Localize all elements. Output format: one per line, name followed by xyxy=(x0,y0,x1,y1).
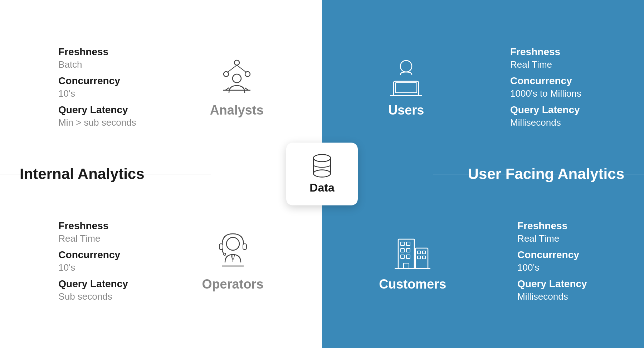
svg-rect-23 xyxy=(401,248,404,252)
svg-rect-21 xyxy=(401,242,404,246)
users-freshness-label: Freshness xyxy=(510,46,581,58)
user-facing-analytics-label: User Facing Analytics xyxy=(468,165,624,183)
operators-freshness-label: Freshness xyxy=(58,220,128,232)
users-concurrency-label: Concurrency xyxy=(510,75,581,87)
customers-concurrency-value: 100's xyxy=(517,262,587,273)
svg-point-0 xyxy=(234,60,239,65)
operators-stats: Freshness Real Time Concurrency 10's Que… xyxy=(58,220,128,302)
svg-rect-24 xyxy=(406,248,410,252)
operators-query-latency-value: Sub seconds xyxy=(58,291,128,302)
operators-query-latency-label: Query Latency xyxy=(58,278,128,290)
svg-point-9 xyxy=(226,237,239,250)
users-stats: Freshness Real Time Concurrency 1000's t… xyxy=(510,46,581,128)
analysts-freshness-label: Freshness xyxy=(58,46,136,58)
operators-quadrant: Freshness Real Time Concurrency 10's Que… xyxy=(0,174,322,348)
svg-point-2 xyxy=(245,72,250,77)
svg-rect-26 xyxy=(406,255,410,258)
svg-rect-32 xyxy=(423,256,425,259)
operator-icon xyxy=(211,230,254,273)
svg-rect-31 xyxy=(418,256,420,259)
analysts-quadrant: Freshness Batch Concurrency 10's Query L… xyxy=(0,0,322,174)
users-persona: Users xyxy=(385,56,428,118)
customers-stats: Freshness Real Time Concurrency 100's Qu… xyxy=(517,220,587,302)
user-icon xyxy=(385,56,428,99)
customers-query-latency-label: Query Latency xyxy=(517,278,587,290)
svg-point-16 xyxy=(400,61,412,72)
operators-persona: Operators xyxy=(202,230,264,292)
customers-name: Customers xyxy=(379,277,446,292)
svg-point-1 xyxy=(224,72,229,77)
analysts-persona: Analysts xyxy=(210,56,264,118)
users-concurrency-value: 1000's to Millions xyxy=(510,88,581,99)
right-panel: User Facing Analytics Users xyxy=(322,0,644,348)
svg-rect-27 xyxy=(404,263,409,269)
svg-point-37 xyxy=(313,170,331,177)
svg-line-4 xyxy=(237,65,246,72)
users-query-latency-value: Milliseconds xyxy=(510,117,581,128)
analyst-icon xyxy=(215,56,258,99)
database-icon xyxy=(311,154,333,178)
left-panel: Internal Analytics Freshness Batch Concu… xyxy=(0,0,322,348)
analysts-name: Analysts xyxy=(210,103,264,118)
customers-concurrency-label: Concurrency xyxy=(517,249,587,261)
data-label: Data xyxy=(309,181,334,194)
users-query-latency-label: Query Latency xyxy=(510,104,581,116)
svg-point-12 xyxy=(224,253,226,255)
operators-freshness-value: Real Time xyxy=(58,233,128,244)
svg-rect-30 xyxy=(423,251,425,254)
svg-rect-29 xyxy=(418,251,420,254)
analysts-freshness-value: Batch xyxy=(58,59,136,70)
svg-point-34 xyxy=(313,155,331,162)
operators-concurrency-label: Concurrency xyxy=(58,249,128,261)
customers-query-latency-value: Milliseconds xyxy=(517,291,587,302)
users-quadrant: Users Freshness Real Time Concurrency 10… xyxy=(322,0,644,174)
customers-icon xyxy=(391,230,434,273)
internal-analytics-label: Internal Analytics xyxy=(20,165,145,183)
svg-rect-11 xyxy=(243,244,247,250)
svg-rect-17 xyxy=(394,81,419,96)
svg-rect-18 xyxy=(395,83,417,93)
analysts-query-latency-label: Query Latency xyxy=(58,104,136,116)
operators-concurrency-value: 10's xyxy=(58,262,128,273)
svg-point-5 xyxy=(233,74,241,83)
analysts-query-latency-value: Min > sub seconds xyxy=(58,117,136,128)
center-data-box: Data xyxy=(286,143,358,206)
analysts-stats: Freshness Batch Concurrency 10's Query L… xyxy=(58,46,136,128)
svg-rect-22 xyxy=(406,242,410,246)
operators-name: Operators xyxy=(202,277,264,292)
users-name: Users xyxy=(388,103,424,118)
users-freshness-value: Real Time xyxy=(510,59,581,70)
customers-quadrant: Customers Freshness Real Time Concurrenc… xyxy=(322,174,644,348)
analysts-concurrency-value: 10's xyxy=(58,88,136,99)
svg-line-3 xyxy=(228,65,237,72)
svg-rect-25 xyxy=(401,255,404,258)
customers-persona: Customers xyxy=(379,230,446,292)
customers-freshness-value: Real Time xyxy=(517,233,587,244)
customers-freshness-label: Freshness xyxy=(517,220,587,232)
analysts-concurrency-label: Concurrency xyxy=(58,75,136,87)
